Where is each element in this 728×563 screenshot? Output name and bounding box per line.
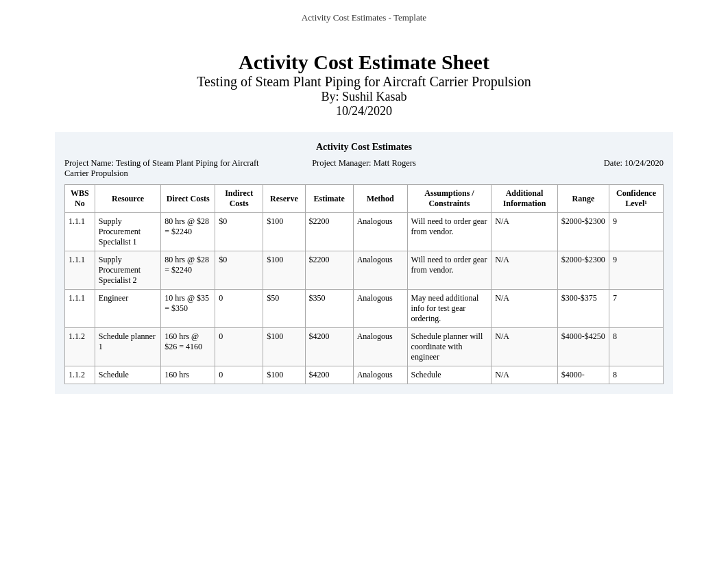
tab-label: Activity Cost Estimates - Template bbox=[302, 12, 426, 23]
confidence-cell: 8 bbox=[609, 366, 664, 384]
col-header-reserve: Reserve bbox=[263, 185, 305, 213]
wbs-cell: 1.1.1 bbox=[65, 251, 95, 290]
method-cell: Analogous bbox=[353, 366, 407, 384]
col-header-range: Range bbox=[557, 185, 609, 213]
table-header-label: Activity Cost Estimates bbox=[316, 142, 412, 152]
indirect-costs-cell: 0 bbox=[215, 328, 263, 366]
direct-costs-cell: 80 hrs @ $28 = $2240 bbox=[161, 213, 215, 251]
additional-cell: N/A bbox=[492, 290, 557, 328]
estimate-cell: $350 bbox=[305, 290, 353, 328]
title-date: 10/24/2020 bbox=[0, 104, 728, 118]
confidence-cell: 9 bbox=[609, 251, 664, 290]
wbs-cell: 1.1.1 bbox=[65, 290, 95, 328]
title-section: Activity Cost Estimate Sheet Testing of … bbox=[0, 51, 728, 118]
range-cell: $2000-$2300 bbox=[557, 213, 609, 251]
range-cell: $2000-$2300 bbox=[557, 251, 609, 290]
col-header-additional: Additional Information bbox=[492, 185, 557, 213]
table-row: 1.1.1Supply Procurement Specialist 280 h… bbox=[65, 251, 664, 290]
direct-costs-cell: 80 hrs @ $28 = $2240 bbox=[161, 251, 215, 290]
col-header-wbs: WBS No bbox=[65, 185, 95, 213]
reserve-cell: $50 bbox=[263, 290, 305, 328]
author: By: Sushil Kasab bbox=[0, 90, 728, 104]
method-cell: Analogous bbox=[353, 251, 407, 290]
range-cell: $300-$375 bbox=[557, 290, 609, 328]
table-row: 1.1.1Engineer10 hrs @ $35 = $3500$50$350… bbox=[65, 290, 664, 328]
table-wrapper: Activity Cost Estimates Project Name: Te… bbox=[55, 132, 673, 394]
estimate-cell: $2200 bbox=[305, 213, 353, 251]
assumptions-cell: Schedule planner will coordinate with en… bbox=[407, 328, 492, 366]
additional-cell: N/A bbox=[492, 251, 557, 290]
indirect-costs-cell: 0 bbox=[215, 290, 263, 328]
additional-cell: N/A bbox=[492, 366, 557, 384]
assumptions-cell: May need additional info for test gear o… bbox=[407, 290, 492, 328]
table-row: 1.1.2Schedule planner 1160 hrs @ $26 = 4… bbox=[65, 328, 664, 366]
resource-cell: Schedule bbox=[95, 366, 160, 384]
estimate-cell: $4200 bbox=[305, 366, 353, 384]
resource-cell: Engineer bbox=[95, 290, 160, 328]
cost-estimate-table: WBS No Resource Direct Costs Indirect Co… bbox=[64, 184, 664, 384]
page-tab: Activity Cost Estimates - Template bbox=[0, 0, 728, 30]
assumptions-cell: Schedule bbox=[407, 366, 492, 384]
project-manager: Project Manager: Matt Rogers bbox=[264, 158, 463, 179]
col-header-method: Method bbox=[353, 185, 407, 213]
col-header-estimate: Estimate bbox=[305, 185, 353, 213]
col-header-assumptions: Assumptions / Constraints bbox=[407, 185, 492, 213]
resource-cell: Supply Procurement Specialist 2 bbox=[95, 251, 160, 290]
col-header-resource: Resource bbox=[95, 185, 160, 213]
additional-cell: N/A bbox=[492, 213, 557, 251]
assumptions-cell: Will need to order gear from vendor. bbox=[407, 251, 492, 290]
direct-costs-cell: 160 hrs @ $26 = 4160 bbox=[161, 328, 215, 366]
subtitle: Testing of Steam Plant Piping for Aircra… bbox=[0, 74, 728, 90]
method-cell: Analogous bbox=[353, 290, 407, 328]
project-name: Project Name: Testing of Steam Plant Pip… bbox=[64, 158, 264, 179]
direct-costs-cell: 160 hrs bbox=[161, 366, 215, 384]
range-cell: $4000- bbox=[557, 366, 609, 384]
estimate-cell: $4200 bbox=[305, 328, 353, 366]
method-cell: Analogous bbox=[353, 213, 407, 251]
confidence-cell: 8 bbox=[609, 328, 664, 366]
range-cell: $4000-$4250 bbox=[557, 328, 609, 366]
resource-cell: Supply Procurement Specialist 1 bbox=[95, 213, 160, 251]
table-row: 1.1.2Schedule160 hrs0$100$4200AnalogousS… bbox=[65, 366, 664, 384]
table-header: Activity Cost Estimates bbox=[64, 139, 664, 157]
additional-cell: N/A bbox=[492, 328, 557, 366]
col-header-direct: Direct Costs bbox=[161, 185, 215, 213]
reserve-cell: $100 bbox=[263, 213, 305, 251]
confidence-cell: 7 bbox=[609, 290, 664, 328]
assumptions-cell: Will need to order gear from vendor. bbox=[407, 213, 492, 251]
indirect-costs-cell: 0 bbox=[215, 366, 263, 384]
main-title: Activity Cost Estimate Sheet bbox=[0, 51, 728, 74]
col-header-confidence: Confidence Level¹ bbox=[609, 185, 664, 213]
table-row: 1.1.1Supply Procurement Specialist 180 h… bbox=[65, 213, 664, 251]
wbs-cell: 1.1.2 bbox=[65, 328, 95, 366]
resource-cell: Schedule planner 1 bbox=[95, 328, 160, 366]
indirect-costs-cell: $0 bbox=[215, 213, 263, 251]
method-cell: Analogous bbox=[353, 328, 407, 366]
meta-date: Date: 10/24/2020 bbox=[464, 158, 664, 179]
confidence-cell: 9 bbox=[609, 213, 664, 251]
meta-row: Project Name: Testing of Steam Plant Pip… bbox=[64, 157, 664, 184]
estimate-cell: $2200 bbox=[305, 251, 353, 290]
reserve-cell: $100 bbox=[263, 328, 305, 366]
wbs-cell: 1.1.2 bbox=[65, 366, 95, 384]
reserve-cell: $100 bbox=[263, 366, 305, 384]
reserve-cell: $100 bbox=[263, 251, 305, 290]
wbs-cell: 1.1.1 bbox=[65, 213, 95, 251]
col-header-indirect: Indirect Costs bbox=[215, 185, 263, 213]
indirect-costs-cell: $0 bbox=[215, 251, 263, 290]
direct-costs-cell: 10 hrs @ $35 = $350 bbox=[161, 290, 215, 328]
